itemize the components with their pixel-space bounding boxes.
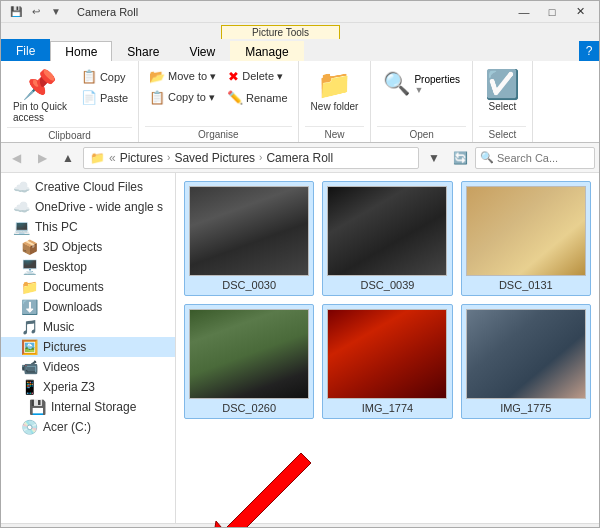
sidebar-item-this-pc[interactable]: 💻 This PC xyxy=(1,217,175,237)
file-thumbnail xyxy=(466,186,586,276)
sidebar-item-music[interactable]: 🎵 Music xyxy=(1,317,175,337)
back-button[interactable]: ◀ xyxy=(5,147,27,169)
minimize-button[interactable]: — xyxy=(511,3,537,21)
maximize-button[interactable]: □ xyxy=(539,3,565,21)
file-grid: DSC_0030 DSC_0039 DSC_0131 DSC_0260 IMG_… xyxy=(176,173,599,523)
sidebar-item-internal-storage[interactable]: 💾 Internal Storage xyxy=(1,397,175,417)
copy-button[interactable]: 📋 Copy xyxy=(77,67,132,86)
videos-icon: 📹 xyxy=(21,359,38,375)
search-box[interactable]: 🔍 xyxy=(475,147,595,169)
new-label: New xyxy=(305,126,365,142)
main-area: ☁️ Creative Cloud Files ☁️ OneDrive - wi… xyxy=(1,173,599,523)
clipboard-label: Clipboard xyxy=(7,127,132,143)
file-thumbnail xyxy=(189,186,309,276)
select-button[interactable]: ☑️ Select xyxy=(479,67,526,116)
tab-share[interactable]: Share xyxy=(112,41,174,61)
file-item-dsc0131[interactable]: DSC_0131 xyxy=(461,181,591,296)
file-name: DSC_0030 xyxy=(222,279,276,291)
sidebar-item-acer-c[interactable]: 💿 Acer (C:) xyxy=(1,417,175,437)
file-name: DSC_0131 xyxy=(499,279,553,291)
move-to-button[interactable]: 📂 Move to ▾ xyxy=(145,67,220,86)
file-item-dsc0039[interactable]: DSC_0039 xyxy=(322,181,452,296)
rename-button[interactable]: ✏️ Rename xyxy=(223,88,292,107)
file-item-dsc0260[interactable]: DSC_0260 xyxy=(184,304,314,419)
properties-button[interactable]: 🔍 Properties ▼ xyxy=(377,67,466,101)
ribbon-group-new: 📁 New folder New xyxy=(299,61,372,142)
title-bar-left: 💾 ↩ ▼ Camera Roll xyxy=(7,3,138,21)
documents-icon: 📁 xyxy=(21,279,38,295)
undo-button[interactable]: ↩ xyxy=(27,3,45,21)
breadcrumb[interactable]: 📁 « Pictures › Saved Pictures › Camera R… xyxy=(83,147,419,169)
close-button[interactable]: ✕ xyxy=(567,3,593,21)
open-label: Open xyxy=(377,126,466,142)
sidebar: ☁️ Creative Cloud Files ☁️ OneDrive - wi… xyxy=(1,173,176,523)
file-name: DSC_0260 xyxy=(222,402,276,414)
search-icon: 🔍 xyxy=(480,151,494,164)
onedrive-icon: ☁️ xyxy=(13,199,30,215)
3d-icon: 📦 xyxy=(21,239,38,255)
ribbon-group-clipboard: 📌 Pin to Quickaccess 📋 Copy 📄 Paste Clip… xyxy=(1,61,139,142)
new-folder-button[interactable]: 📁 New folder xyxy=(305,67,365,116)
sidebar-item-3d-objects[interactable]: 📦 3D Objects xyxy=(1,237,175,257)
ribbon-group-organise: 📂 Move to ▾ ✖ Delete ▾ 📋 Copy to ▾ ✏️ Re… xyxy=(139,61,299,142)
phone-icon: 📱 xyxy=(21,379,38,395)
up-button[interactable]: ▲ xyxy=(57,147,79,169)
pc-icon: 💻 xyxy=(13,219,30,235)
cloud-icon: ☁️ xyxy=(13,179,30,195)
storage-icon: 💾 xyxy=(29,399,46,415)
window-controls: — □ ✕ xyxy=(511,3,593,21)
sidebar-item-onedrive[interactable]: ☁️ OneDrive - wide angle s xyxy=(1,197,175,217)
drive-icon: 💿 xyxy=(21,419,38,435)
copy-to-button[interactable]: 📋 Copy to ▾ xyxy=(145,88,219,107)
file-name: IMG_1775 xyxy=(500,402,551,414)
pictures-icon: 🖼️ xyxy=(21,339,38,355)
help-button[interactable]: ? xyxy=(579,41,599,61)
title-bar: 💾 ↩ ▼ Camera Roll — □ ✕ xyxy=(1,1,599,23)
ribbon-group-select: ☑️ Select Select xyxy=(473,61,533,142)
window-title: Camera Roll xyxy=(77,6,138,18)
sidebar-item-creative-cloud[interactable]: ☁️ Creative Cloud Files xyxy=(1,177,175,197)
ribbon: 📌 Pin to Quickaccess 📋 Copy 📄 Paste Clip… xyxy=(1,61,599,143)
forward-button[interactable]: ▶ xyxy=(31,147,53,169)
sidebar-item-videos[interactable]: 📹 Videos xyxy=(1,357,175,377)
quick-access-dropdown[interactable]: ▼ xyxy=(47,3,65,21)
file-thumbnail xyxy=(189,309,309,399)
downloads-icon: ⬇️ xyxy=(21,299,38,315)
sidebar-item-documents[interactable]: 📁 Documents xyxy=(1,277,175,297)
tab-view[interactable]: View xyxy=(174,41,230,61)
picture-tools-label: Picture Tools xyxy=(221,25,340,39)
sidebar-item-pictures[interactable]: 🖼️ Pictures xyxy=(1,337,175,357)
sidebar-item-desktop[interactable]: 🖥️ Desktop xyxy=(1,257,175,277)
organise-label: Organise xyxy=(145,126,292,142)
delete-button[interactable]: ✖ Delete ▾ xyxy=(224,67,287,86)
file-name: DSC_0039 xyxy=(361,279,415,291)
tab-home[interactable]: Home xyxy=(50,41,112,61)
address-bar: ◀ ▶ ▲ 📁 « Pictures › Saved Pictures › Ca… xyxy=(1,143,599,173)
quick-access-toolbar: 💾 ↩ ▼ xyxy=(7,3,65,21)
refresh-button[interactable]: 🔄 xyxy=(449,147,471,169)
status-bar: 6 items 6 items selected 13.7 MB ⊞ ≡ xyxy=(1,523,599,528)
file-name: IMG_1774 xyxy=(362,402,413,414)
paste-button[interactable]: 📄 Paste xyxy=(77,88,132,107)
file-thumbnail xyxy=(327,186,447,276)
music-icon: 🎵 xyxy=(21,319,38,335)
save-button[interactable]: 💾 xyxy=(7,3,25,21)
file-item-img1774[interactable]: IMG_1774 xyxy=(322,304,452,419)
sidebar-item-downloads[interactable]: ⬇️ Downloads xyxy=(1,297,175,317)
sidebar-item-xperia[interactable]: 📱 Xperia Z3 xyxy=(1,377,175,397)
file-item-img1775[interactable]: IMG_1775 xyxy=(461,304,591,419)
file-item-dsc0030[interactable]: DSC_0030 xyxy=(184,181,314,296)
tab-manage[interactable]: Manage xyxy=(230,41,303,61)
ribbon-group-open: 🔍 Properties ▼ Open xyxy=(371,61,473,142)
select-label: Select xyxy=(479,126,526,142)
pin-to-quick-access-button[interactable]: 📌 Pin to Quickaccess xyxy=(7,67,73,127)
file-thumbnail xyxy=(327,309,447,399)
file-thumbnail xyxy=(466,309,586,399)
expand-address-button[interactable]: ▼ xyxy=(423,147,445,169)
desktop-icon: 🖥️ xyxy=(21,259,38,275)
search-input[interactable] xyxy=(497,152,590,164)
tab-file[interactable]: File xyxy=(1,39,50,61)
